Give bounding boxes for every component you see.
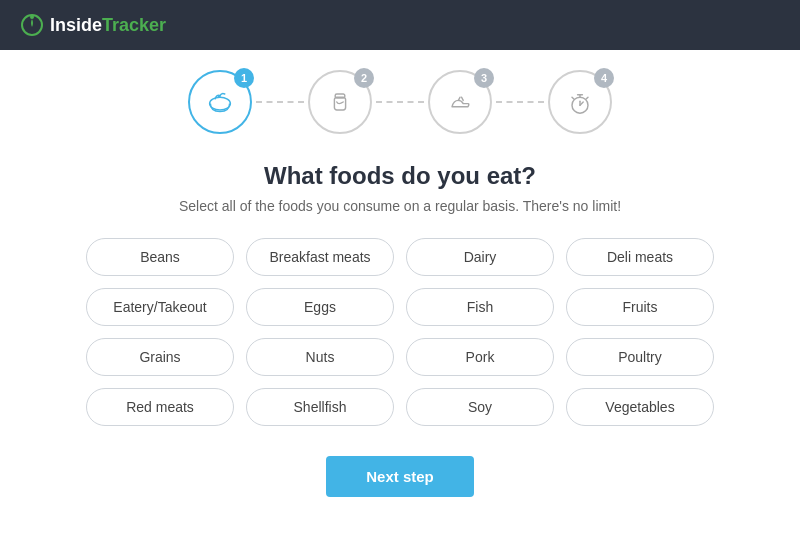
next-step-button[interactable]: Next step	[326, 456, 474, 497]
food-chip-beans[interactable]: Beans	[86, 238, 234, 276]
connector-2-3	[376, 101, 424, 103]
svg-point-2	[210, 97, 231, 110]
main-content: 1 2 3	[0, 50, 800, 517]
svg-rect-4	[335, 94, 345, 98]
shoe-icon	[444, 86, 476, 118]
step-3: 3	[428, 70, 492, 134]
step-2: 2	[308, 70, 372, 134]
food-chip-shellfish[interactable]: Shellfish	[246, 388, 394, 426]
logo-text: InsideTracker	[50, 15, 166, 36]
step-1-circle: 1	[188, 70, 252, 134]
food-grid: BeansBreakfast meatsDairyDeli meatsEater…	[86, 238, 714, 426]
food-chip-soy[interactable]: Soy	[406, 388, 554, 426]
jar-icon	[324, 86, 356, 118]
step-4: 4	[548, 70, 612, 134]
logo-tracker: Tracker	[102, 15, 166, 35]
header: InsideTracker	[0, 0, 800, 50]
step-4-badge: 4	[594, 68, 614, 88]
food-chip-breakfast-meats[interactable]: Breakfast meats	[246, 238, 394, 276]
food-chip-red-meats[interactable]: Red meats	[86, 388, 234, 426]
food-chip-vegetables[interactable]: Vegetables	[566, 388, 714, 426]
svg-point-1	[30, 15, 34, 19]
step-2-circle: 2	[308, 70, 372, 134]
page-subtitle: Select all of the foods you consume on a…	[179, 198, 621, 214]
stopwatch-icon	[564, 86, 596, 118]
food-chip-grains[interactable]: Grains	[86, 338, 234, 376]
food-chip-eggs[interactable]: Eggs	[246, 288, 394, 326]
food-chip-nuts[interactable]: Nuts	[246, 338, 394, 376]
page-title: What foods do you eat?	[264, 162, 536, 190]
food-chip-eatery-takeout[interactable]: Eatery/Takeout	[86, 288, 234, 326]
food-chip-dairy[interactable]: Dairy	[406, 238, 554, 276]
food-chip-poultry[interactable]: Poultry	[566, 338, 714, 376]
step-1-badge: 1	[234, 68, 254, 88]
step-3-circle: 3	[428, 70, 492, 134]
food-chip-fish[interactable]: Fish	[406, 288, 554, 326]
food-chip-pork[interactable]: Pork	[406, 338, 554, 376]
food-chip-deli-meats[interactable]: Deli meats	[566, 238, 714, 276]
step-2-badge: 2	[354, 68, 374, 88]
logo-inside: Inside	[50, 15, 102, 35]
food-chip-fruits[interactable]: Fruits	[566, 288, 714, 326]
logo: InsideTracker	[20, 13, 166, 37]
step-3-badge: 3	[474, 68, 494, 88]
step-4-circle: 4	[548, 70, 612, 134]
step-1: 1	[188, 70, 252, 134]
bowl-icon	[204, 86, 236, 118]
connector-3-4	[496, 101, 544, 103]
connector-1-2	[256, 101, 304, 103]
logo-icon	[20, 13, 44, 37]
steps-progress: 1 2 3	[188, 70, 612, 134]
